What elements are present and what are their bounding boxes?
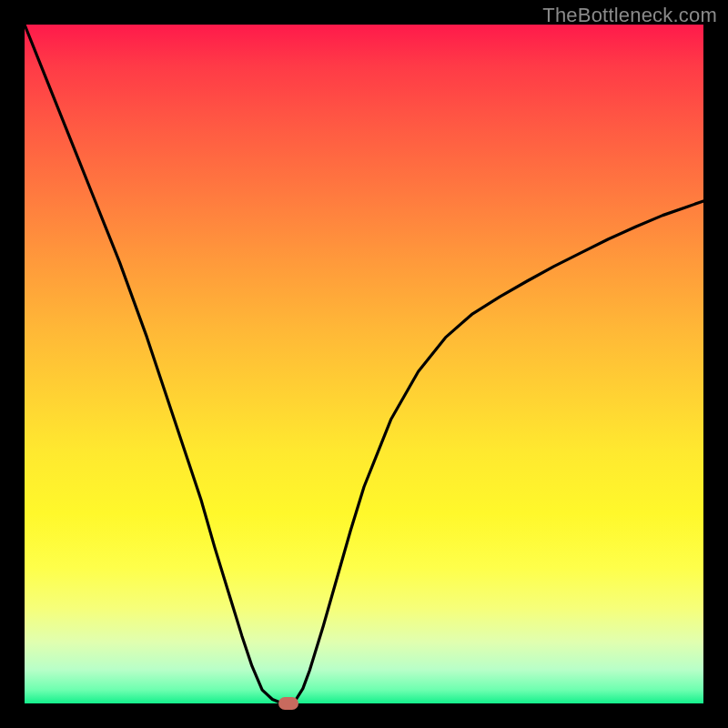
optimum-marker [278, 697, 298, 710]
curve-path [25, 25, 703, 703]
bottleneck-curve [25, 25, 703, 703]
plot-area [25, 25, 703, 703]
chart-frame: TheBottleneck.com [0, 0, 728, 728]
